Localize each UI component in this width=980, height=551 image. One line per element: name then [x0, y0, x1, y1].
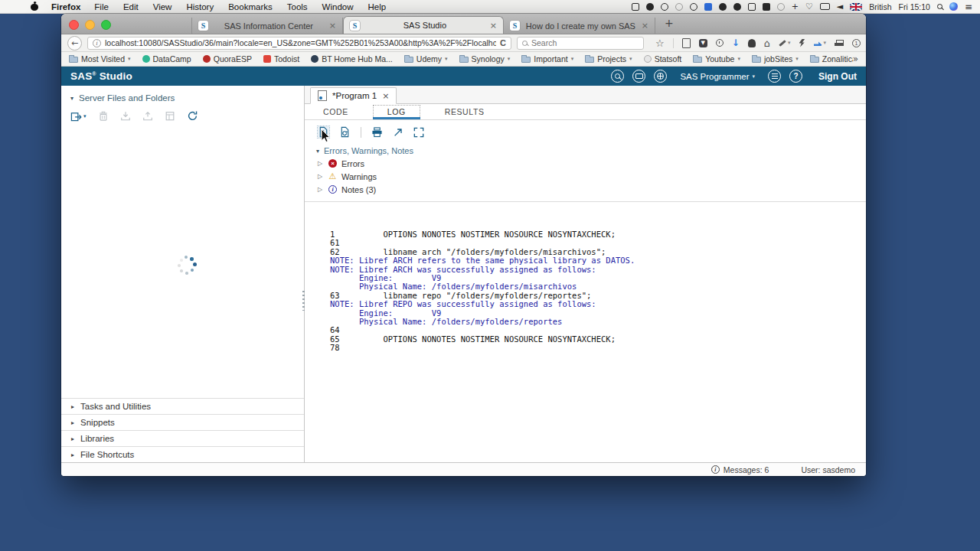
- open-in-new-window-button[interactable]: [393, 127, 403, 138]
- bookmark-item[interactable]: Udemy ▾: [404, 54, 448, 64]
- close-window-button[interactable]: [69, 20, 79, 30]
- siri-icon[interactable]: [949, 2, 958, 11]
- apple-menu-icon[interactable]: [31, 2, 39, 11]
- chevron-down-icon[interactable]: ▾: [824, 40, 827, 46]
- menubar-menu-item[interactable]: Window: [322, 2, 354, 11]
- refresh-log-button[interactable]: [339, 126, 351, 138]
- print-log-button[interactable]: [371, 127, 383, 138]
- edit-tool-icon[interactable]: [779, 40, 786, 47]
- app-box-icon[interactable]: [763, 3, 770, 11]
- url-bar[interactable]: i C: [87, 37, 511, 50]
- browser-tab-sas-studio[interactable]: S SAS Studio ×: [343, 16, 504, 34]
- bookmarks-overflow-chevron[interactable]: »: [853, 54, 858, 64]
- menubar-menu-item[interactable]: Bookmarks: [228, 2, 273, 11]
- info-circle-icon[interactable]: [690, 3, 697, 11]
- url-input[interactable]: [105, 38, 496, 47]
- upload-button[interactable]: [142, 110, 153, 122]
- messages-button[interactable]: i Messages: 6: [711, 465, 769, 474]
- new-tab-button[interactable]: +: [655, 17, 683, 31]
- tab-code[interactable]: CODE: [322, 105, 350, 119]
- time-machine-icon[interactable]: [777, 3, 785, 11]
- back-button[interactable]: ←: [67, 36, 82, 51]
- bookmark-item[interactable]: Todoist ▾: [263, 54, 299, 64]
- home-icon[interactable]: ⌂: [764, 37, 770, 49]
- browser-tab-sas-information-center[interactable]: S SAS Information Center ×: [191, 18, 343, 34]
- browser-tab-how-do-i[interactable]: S How do I create my own SAS ×: [504, 18, 655, 34]
- lightning-addon-icon[interactable]: [799, 39, 805, 47]
- tab-log[interactable]: LOG: [373, 105, 420, 119]
- bookmark-item[interactable]: jobSites ▾: [752, 54, 799, 64]
- uk-flag-icon[interactable]: [850, 3, 862, 11]
- menubar-menu-item[interactable]: Help: [368, 2, 387, 11]
- program-tab[interactable]: *Program 1 ×: [310, 87, 397, 104]
- spotlight-icon[interactable]: [937, 4, 942, 9]
- tree-collapsed-icon[interactable]: ▷: [318, 173, 324, 180]
- download-button[interactable]: [120, 110, 131, 122]
- maximize-view-button[interactable]: [413, 127, 424, 138]
- windows-copy-icon[interactable]: [748, 3, 756, 11]
- tree-root-errors-warnings-notes[interactable]: ▾ Errors, Warnings, Notes: [316, 145, 866, 157]
- tree-collapsed-icon[interactable]: ▷: [318, 160, 324, 167]
- app-open-button[interactable]: [632, 70, 645, 83]
- app-options-button[interactable]: [768, 70, 781, 83]
- section-server-files-and-folders[interactable]: ▾ Server Files and Folders: [61, 86, 304, 106]
- bookmark-item[interactable]: Youtube ▾: [693, 54, 740, 64]
- menubar-menu-item[interactable]: File: [94, 2, 109, 11]
- tree-item[interactable]: ▷ i Notes (3): [316, 183, 866, 196]
- bookmark-item[interactable]: Projects ▾: [585, 54, 632, 64]
- pocket-icon[interactable]: ▼: [699, 39, 707, 47]
- properties-button[interactable]: [165, 110, 175, 122]
- app-global-settings-button[interactable]: [654, 70, 667, 83]
- history-clock-icon[interactable]: [716, 39, 724, 47]
- bookmark-item[interactable]: Important ▾: [521, 54, 573, 64]
- bookmark-item[interactable]: Synology ▾: [459, 54, 511, 64]
- screen-capture-icon[interactable]: [632, 3, 639, 11]
- vpn-icon[interactable]: [719, 3, 727, 11]
- bookmark-item[interactable]: Statsoft ▾: [644, 54, 682, 64]
- close-tab-icon[interactable]: ×: [329, 21, 336, 31]
- print-icon[interactable]: [835, 40, 844, 47]
- adblock-icon[interactable]: [748, 39, 756, 47]
- bookmark-item[interactable]: BT Home Hub Ma... ▾: [311, 54, 393, 64]
- zoom-window-button[interactable]: [101, 20, 111, 30]
- heart-icon[interactable]: ♡: [805, 3, 813, 11]
- bookmark-item[interactable]: Zonalitica ▾: [810, 54, 853, 64]
- search-bar[interactable]: [517, 37, 644, 50]
- app-help-button[interactable]: ?: [789, 70, 802, 83]
- input-language-label[interactable]: British: [869, 2, 891, 11]
- bookmark-item[interactable]: QuoraESP ▾: [203, 54, 252, 64]
- bookmark-star-icon[interactable]: ☆: [655, 37, 665, 49]
- check-circle-icon[interactable]: [661, 3, 668, 11]
- display-icon[interactable]: [820, 3, 830, 10]
- menubar-clock[interactable]: Fri 15:10: [899, 2, 930, 11]
- notification-count-icon[interactable]: 1: [852, 39, 861, 47]
- tree-item[interactable]: ▷ ⚠ Warnings: [316, 170, 866, 183]
- sidebar-section[interactable]: ▸ Snippets: [61, 414, 304, 430]
- menubar-menu-item[interactable]: Tools: [287, 2, 308, 11]
- share-addon-icon[interactable]: [814, 40, 822, 46]
- close-tab-icon[interactable]: ×: [642, 21, 648, 31]
- app-search-button[interactable]: [611, 70, 624, 83]
- new-item-button[interactable]: ▾: [70, 110, 87, 122]
- tree-collapsed-icon[interactable]: ▷: [318, 186, 324, 193]
- sidebar-section[interactable]: ▸ Tasks and Utilities: [61, 398, 304, 414]
- sidebar-section[interactable]: ▸ Libraries: [61, 430, 304, 446]
- bookmark-item[interactable]: DataCamp ▾: [142, 54, 191, 64]
- reader-clipboard-icon[interactable]: [682, 38, 691, 48]
- crosshair-icon[interactable]: +: [792, 3, 799, 11]
- sync-icon[interactable]: [704, 3, 712, 11]
- delete-button[interactable]: [98, 110, 109, 122]
- menubar-app-name[interactable]: Firefox: [51, 2, 80, 11]
- notification-center-icon[interactable]: ≡: [965, 3, 972, 11]
- menubar-menu-item[interactable]: Edit: [123, 2, 139, 11]
- sidebar-section[interactable]: ▸ File Shortcuts: [61, 446, 304, 462]
- minimize-window-button[interactable]: [85, 20, 95, 30]
- sign-out-button[interactable]: Sign Out: [818, 71, 857, 82]
- search-input[interactable]: [531, 38, 639, 47]
- reload-icon[interactable]: C: [500, 38, 506, 47]
- site-info-icon[interactable]: i: [93, 39, 101, 47]
- bookmark-item[interactable]: Most Visited ▾: [69, 54, 131, 64]
- user-role-menu[interactable]: SAS Programmer▾: [680, 72, 755, 81]
- volume-icon[interactable]: ◄: [837, 3, 843, 11]
- menubar-menu-item[interactable]: History: [186, 2, 214, 11]
